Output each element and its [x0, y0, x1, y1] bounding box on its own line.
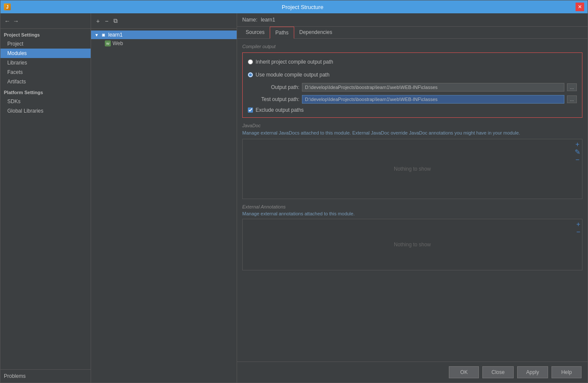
name-row: Name: learn1 [237, 13, 588, 27]
remove-module-button[interactable]: − [103, 17, 110, 25]
javadoc-remove-button[interactable]: − [575, 156, 580, 163]
output-path-input[interactable] [302, 83, 564, 92]
add-module-button[interactable]: + [94, 17, 101, 25]
right-panel: Name: learn1 Sources Paths Dependencies … [237, 13, 588, 383]
external-annotations-box: Nothing to show + − [242, 219, 582, 270]
external-annotations-desc: Manage external annotations attached to … [242, 211, 582, 216]
javadoc-add-button[interactable]: + [575, 141, 580, 148]
test-output-path-input[interactable] [302, 95, 564, 104]
nav-icons: ← → [0, 13, 91, 29]
name-field-value: learn1 [261, 17, 582, 23]
problems-section: Problems [0, 369, 91, 383]
project-structure-dialog: J Project Structure ✕ ← → Project Settin… [0, 0, 588, 383]
app-icon: J [4, 3, 11, 10]
javadoc-title: JavaDoc [242, 123, 582, 128]
module-icon: ▣ [101, 32, 107, 38]
external-annotations-title: External Annotations [242, 204, 582, 209]
external-annotations-section: External Annotations Manage external ann… [242, 204, 582, 270]
tree-item-web[interactable]: W Web [91, 39, 237, 48]
javadoc-section: JavaDoc Manage external JavaDocs attache… [242, 123, 582, 199]
web-icon: W [105, 40, 111, 46]
inherit-radio-label[interactable]: Inherit project compile output path [256, 59, 333, 65]
compiler-output-box: Inherit project compile output path Use … [242, 52, 582, 118]
tree-content: ▼ ▣ learn1 W Web [91, 29, 237, 383]
test-output-path-row: Test output path: ... [248, 95, 577, 104]
problems-label[interactable]: Problems [4, 373, 26, 379]
output-path-row: Output path: ... [248, 83, 577, 92]
main-content: ← → Project Settings Project Modules Lib… [0, 13, 588, 383]
ok-button[interactable]: OK [449, 366, 479, 378]
exclude-checkbox-label[interactable]: Exclude output paths [256, 107, 304, 113]
close-button[interactable]: ✕ [576, 3, 584, 11]
module-tree: + − ⧉ ▼ ▣ learn1 W Web [91, 13, 237, 383]
sidebar-item-libraries[interactable]: Libraries [0, 58, 91, 67]
use-module-radio[interactable] [248, 72, 253, 77]
tab-sources[interactable]: Sources [241, 27, 270, 39]
use-module-radio-label[interactable]: Use module compile output path [256, 72, 329, 78]
ext-nothing-label: Nothing to show [394, 242, 431, 248]
test-output-path-label: Test output path: [248, 96, 299, 102]
output-path-label: Output path: [248, 84, 299, 90]
ext-add-button[interactable]: + [576, 221, 580, 228]
back-icon[interactable]: ← [4, 18, 11, 25]
javadoc-edit-button[interactable]: ✎ [575, 149, 580, 156]
copy-module-button[interactable]: ⧉ [112, 16, 119, 25]
javadoc-description: Manage external JavaDocs attached to thi… [242, 130, 582, 136]
sidebar-item-artifacts[interactable]: Artifacts [0, 77, 91, 86]
help-button[interactable]: Help [551, 366, 582, 378]
bottom-bar: OK Close Apply Help [237, 362, 588, 383]
exclude-checkbox-row: Exclude output paths [248, 107, 577, 113]
chevron-down-icon: ▼ [94, 33, 99, 37]
apply-button[interactable]: Apply [517, 366, 548, 378]
tabs-row: Sources Paths Dependencies [237, 27, 588, 39]
sidebar-item-sdks[interactable]: SDKs [0, 97, 91, 106]
sidebar: ← → Project Settings Project Modules Lib… [0, 13, 91, 383]
project-settings-label: Project Settings [0, 29, 91, 39]
sidebar-item-project[interactable]: Project [0, 39, 91, 49]
tab-paths[interactable]: Paths [270, 27, 294, 39]
forward-icon[interactable]: → [12, 18, 19, 25]
platform-settings-label: Platform Settings [0, 86, 91, 97]
sidebar-item-facets[interactable]: Facets [0, 67, 91, 77]
title-bar-left: J [4, 3, 30, 10]
use-module-radio-row: Use module compile output path [248, 70, 577, 80]
tree-toolbar: + − ⧉ [91, 13, 237, 29]
sidebar-item-modules[interactable]: Modules [0, 49, 91, 58]
javadoc-nothing-label: Nothing to show [394, 166, 431, 172]
test-output-path-browse-button[interactable]: ... [567, 95, 577, 103]
ext-remove-button[interactable]: − [576, 229, 580, 236]
dialog-close-button[interactable]: Close [482, 366, 514, 378]
compiler-output-title: Compiler output [242, 44, 582, 49]
javadoc-box: Nothing to show + ✎ − [242, 139, 582, 199]
sidebar-item-global-libraries[interactable]: Global Libraries [0, 106, 91, 116]
title-bar: J Project Structure ✕ [0, 0, 588, 13]
exclude-checkbox[interactable] [248, 107, 253, 113]
tab-dependencies[interactable]: Dependencies [294, 27, 338, 39]
output-path-browse-button[interactable]: ... [567, 83, 577, 91]
name-field-label: Name: [242, 17, 257, 23]
inherit-radio-row: Inherit project compile output path [248, 57, 577, 67]
dialog-title: Project Structure [30, 4, 576, 10]
javadoc-actions: + ✎ − [575, 141, 580, 163]
tree-item-learn1[interactable]: ▼ ▣ learn1 [91, 31, 237, 39]
inherit-radio[interactable] [248, 59, 253, 64]
panel-body: Compiler output Inherit project compile … [237, 39, 588, 362]
ext-annotations-actions: + − [576, 221, 580, 236]
